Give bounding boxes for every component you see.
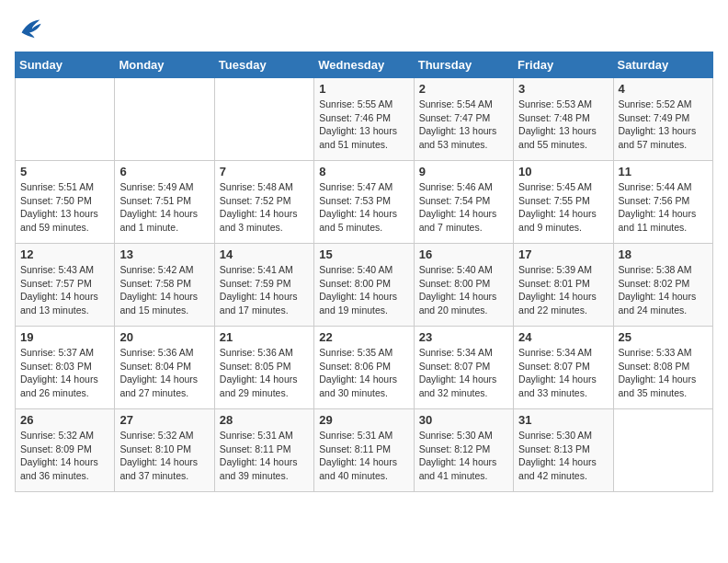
day-number: 17 [518, 247, 608, 261]
day-info: Sunrise: 5:42 AM Sunset: 7:58 PM Dayligh… [119, 263, 209, 317]
day-info: Sunrise: 5:32 AM Sunset: 8:09 PM Dayligh… [20, 429, 109, 483]
calendar-cell: 5Sunrise: 5:51 AM Sunset: 7:50 PM Daylig… [16, 161, 115, 244]
day-info: Sunrise: 5:54 AM Sunset: 7:47 PM Dayligh… [419, 98, 508, 152]
calendar-cell: 1Sunrise: 5:55 AM Sunset: 7:46 PM Daylig… [314, 78, 414, 161]
calendar-cell: 14Sunrise: 5:41 AM Sunset: 7:59 PM Dayli… [214, 244, 313, 327]
calendar-cell: 30Sunrise: 5:30 AM Sunset: 8:12 PM Dayli… [414, 409, 513, 492]
calendar-cell: 26Sunrise: 5:32 AM Sunset: 8:09 PM Dayli… [16, 409, 115, 492]
day-info: Sunrise: 5:30 AM Sunset: 8:13 PM Dayligh… [518, 429, 608, 483]
calendar-cell: 19Sunrise: 5:37 AM Sunset: 8:03 PM Dayli… [16, 327, 115, 409]
day-number: 6 [119, 165, 209, 178]
day-info: Sunrise: 5:39 AM Sunset: 8:01 PM Dayligh… [518, 263, 608, 317]
day-number: 20 [119, 330, 209, 344]
day-number: 12 [20, 247, 109, 261]
calendar-cell: 20Sunrise: 5:36 AM Sunset: 8:04 PM Dayli… [115, 327, 214, 409]
day-info: Sunrise: 5:43 AM Sunset: 7:57 PM Dayligh… [20, 263, 109, 317]
week-row: 26Sunrise: 5:32 AM Sunset: 8:09 PM Dayli… [16, 409, 713, 492]
week-row: 5Sunrise: 5:51 AM Sunset: 7:50 PM Daylig… [16, 161, 713, 244]
calendar-cell: 28Sunrise: 5:31 AM Sunset: 8:11 PM Dayli… [214, 409, 313, 492]
day-info: Sunrise: 5:53 AM Sunset: 7:48 PM Dayligh… [518, 98, 608, 152]
day-info: Sunrise: 5:44 AM Sunset: 7:56 PM Dayligh… [619, 180, 708, 235]
calendar-cell: 22Sunrise: 5:35 AM Sunset: 8:06 PM Dayli… [314, 327, 414, 409]
day-number: 31 [518, 413, 608, 427]
weekday-header-thursday: Thursday [414, 52, 513, 78]
weekday-header-monday: Monday [115, 52, 214, 78]
week-row: 19Sunrise: 5:37 AM Sunset: 8:03 PM Dayli… [16, 327, 713, 409]
weekday-header-saturday: Saturday [613, 52, 712, 78]
weekday-header-tuesday: Tuesday [214, 52, 313, 78]
day-number: 19 [20, 330, 109, 344]
day-info: Sunrise: 5:37 AM Sunset: 8:03 PM Dayligh… [20, 346, 109, 400]
calendar-cell: 17Sunrise: 5:39 AM Sunset: 8:01 PM Dayli… [514, 244, 613, 327]
day-info: Sunrise: 5:38 AM Sunset: 8:02 PM Dayligh… [619, 263, 708, 317]
week-row: 1Sunrise: 5:55 AM Sunset: 7:46 PM Daylig… [16, 78, 713, 161]
weekday-row: SundayMondayTuesdayWednesdayThursdayFrid… [16, 52, 713, 78]
calendar-cell: 27Sunrise: 5:32 AM Sunset: 8:10 PM Dayli… [115, 409, 214, 492]
day-number: 21 [220, 330, 309, 344]
day-info: Sunrise: 5:55 AM Sunset: 7:46 PM Dayligh… [319, 98, 408, 152]
day-number: 11 [619, 165, 708, 178]
day-number: 1 [319, 82, 408, 96]
calendar-cell [214, 78, 313, 161]
day-info: Sunrise: 5:30 AM Sunset: 8:12 PM Dayligh… [419, 429, 508, 483]
calendar-header: SundayMondayTuesdayWednesdayThursdayFrid… [16, 52, 713, 78]
calendar-cell: 2Sunrise: 5:54 AM Sunset: 7:47 PM Daylig… [414, 78, 513, 161]
calendar-cell: 8Sunrise: 5:47 AM Sunset: 7:53 PM Daylig… [314, 161, 414, 244]
weekday-header-sunday: Sunday [16, 52, 115, 78]
day-info: Sunrise: 5:32 AM Sunset: 8:10 PM Dayligh… [119, 429, 209, 483]
calendar-cell: 31Sunrise: 5:30 AM Sunset: 8:13 PM Dayli… [514, 409, 613, 492]
day-info: Sunrise: 5:45 AM Sunset: 7:55 PM Dayligh… [518, 180, 608, 235]
calendar-cell: 16Sunrise: 5:40 AM Sunset: 8:00 PM Dayli… [414, 244, 513, 327]
calendar-cell: 23Sunrise: 5:34 AM Sunset: 8:07 PM Dayli… [414, 327, 513, 409]
calendar-cell: 24Sunrise: 5:34 AM Sunset: 8:07 PM Dayli… [514, 327, 613, 409]
day-info: Sunrise: 5:33 AM Sunset: 8:08 PM Dayligh… [619, 346, 708, 400]
day-number: 8 [319, 165, 408, 178]
calendar-cell: 15Sunrise: 5:40 AM Sunset: 8:00 PM Dayli… [314, 244, 414, 327]
day-info: Sunrise: 5:49 AM Sunset: 7:51 PM Dayligh… [119, 180, 209, 235]
calendar-cell: 11Sunrise: 5:44 AM Sunset: 7:56 PM Dayli… [613, 161, 712, 244]
calendar-table: SundayMondayTuesdayWednesdayThursdayFrid… [15, 52, 713, 492]
day-info: Sunrise: 5:48 AM Sunset: 7:52 PM Dayligh… [220, 180, 309, 235]
day-info: Sunrise: 5:34 AM Sunset: 8:07 PM Dayligh… [518, 346, 608, 400]
day-number: 2 [419, 82, 508, 96]
calendar-cell: 12Sunrise: 5:43 AM Sunset: 7:57 PM Dayli… [16, 244, 115, 327]
calendar-cell: 10Sunrise: 5:45 AM Sunset: 7:55 PM Dayli… [514, 161, 613, 244]
day-number: 27 [119, 413, 209, 427]
day-number: 3 [518, 82, 608, 96]
logo [15, 15, 42, 44]
day-number: 15 [319, 247, 408, 261]
day-info: Sunrise: 5:51 AM Sunset: 7:50 PM Dayligh… [20, 180, 109, 235]
day-number: 18 [619, 247, 708, 261]
day-info: Sunrise: 5:47 AM Sunset: 7:53 PM Dayligh… [319, 180, 408, 235]
calendar-cell: 3Sunrise: 5:53 AM Sunset: 7:48 PM Daylig… [514, 78, 613, 161]
day-number: 16 [419, 247, 508, 261]
page-header [15, 15, 713, 44]
day-info: Sunrise: 5:34 AM Sunset: 8:07 PM Dayligh… [419, 346, 508, 400]
day-number: 22 [319, 330, 408, 344]
weekday-header-friday: Friday [514, 52, 613, 78]
week-row: 12Sunrise: 5:43 AM Sunset: 7:57 PM Dayli… [16, 244, 713, 327]
day-number: 28 [220, 413, 309, 427]
day-info: Sunrise: 5:35 AM Sunset: 8:06 PM Dayligh… [319, 346, 408, 400]
calendar-cell [16, 78, 115, 161]
logo-bird-icon [17, 15, 42, 40]
day-info: Sunrise: 5:40 AM Sunset: 8:00 PM Dayligh… [319, 263, 408, 317]
day-info: Sunrise: 5:52 AM Sunset: 7:49 PM Dayligh… [619, 98, 708, 152]
day-number: 10 [518, 165, 608, 178]
calendar-cell: 18Sunrise: 5:38 AM Sunset: 8:02 PM Dayli… [613, 244, 712, 327]
day-number: 24 [518, 330, 608, 344]
calendar-cell [115, 78, 214, 161]
day-number: 26 [20, 413, 109, 427]
day-info: Sunrise: 5:31 AM Sunset: 8:11 PM Dayligh… [319, 429, 408, 483]
day-number: 23 [419, 330, 508, 344]
calendar-cell: 13Sunrise: 5:42 AM Sunset: 7:58 PM Dayli… [115, 244, 214, 327]
day-number: 29 [319, 413, 408, 427]
calendar-cell: 21Sunrise: 5:36 AM Sunset: 8:05 PM Dayli… [214, 327, 313, 409]
day-number: 14 [220, 247, 309, 261]
calendar-cell: 7Sunrise: 5:48 AM Sunset: 7:52 PM Daylig… [214, 161, 313, 244]
day-number: 5 [20, 165, 109, 178]
calendar-cell: 9Sunrise: 5:46 AM Sunset: 7:54 PM Daylig… [414, 161, 513, 244]
day-info: Sunrise: 5:36 AM Sunset: 8:05 PM Dayligh… [220, 346, 309, 400]
day-number: 9 [419, 165, 508, 178]
day-number: 30 [419, 413, 508, 427]
